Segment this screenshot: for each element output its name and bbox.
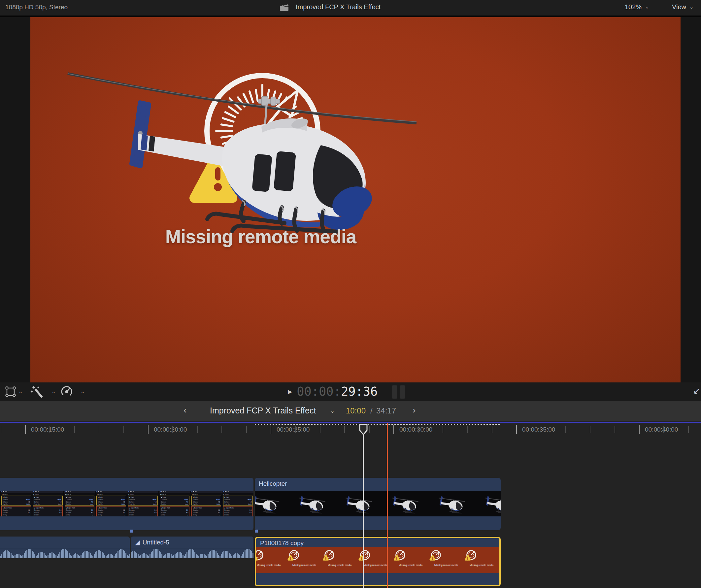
nav-back-button[interactable]: ‹ [184,405,187,415]
mini-titlebar [32,491,63,493]
playhead-handle[interactable] [359,424,368,435]
mini-param-row: Duration0.1 [192,509,221,511]
timeline-pane[interactable]: 00:00:15:0000:00:20:0000:00:25:0000:00:3… [0,421,701,588]
transform-icon [5,386,16,397]
audio-meter-right [400,385,405,398]
mini-param-row: Echoes4.0 [129,501,158,503]
mini-param-row: Echoes4.0 [160,501,189,503]
mini-titlebar [1,491,32,493]
mini-effects-row: ■ Effects [191,493,222,495]
timecode-display[interactable]: ▶ 00:00:29:36 [288,384,378,398]
mini-panel-header: ■ Super Trails [33,507,62,509]
mini-panel-header: ■ Super Trails [65,507,94,509]
viewer-zoom-dropdown[interactable]: 102%⌄ [625,3,649,11]
mini-panel-header: ■ Super Trails [129,507,158,509]
mini-param-row: Trail OnLight [223,503,252,505]
timeline-project-dropdown[interactable]: Improved FCP X Trails Effect [210,406,316,415]
mini-panel-header: ■ Super Trails [160,507,189,509]
chevron-down-icon: ⌄ [51,389,56,395]
mini-titlebar [222,491,253,493]
mini-effects-row: ■ Effects [32,493,63,495]
missing-media-thumbnail: Missing remote media [464,549,499,567]
viewer-view-dropdown[interactable]: View⌄ [672,3,694,11]
mini-param-row: Duration8.33 [2,498,31,501]
mini-panel-header: ■ Trails [192,496,221,498]
screen-recording-thumbnail: ■ Effects■ TrailsDuration8.33Echoes4.0Tr… [159,491,190,516]
mini-param-row: Duration0.1 [160,509,189,511]
clapperboard-icon [279,3,289,12]
collapse-viewer-icon[interactable]: ↙ [693,386,700,397]
mini-param-row: Echoes4.0 [65,511,94,514]
mini-param-row: Trail OnLight [33,503,62,505]
mini-panel-header: ■ Trails [129,496,158,498]
clip-p1000178-copy[interactable]: P1000178 copyMissing remote mediaMissing… [255,537,501,586]
mini-param-row: Echoes4.0 [223,501,252,503]
retime-speedometer-icon [60,385,73,398]
mini-param-row: Echoes4.0 [33,501,62,503]
chevron-down-icon: ⌄ [80,389,85,395]
clip-screen-recording[interactable]: ■ Effects■ TrailsDuration8.33Echoes4.0Tr… [0,478,253,530]
mini-param-row: Decay● [2,514,31,516]
mini-param-row: Echoes4.0 [2,501,31,503]
mini-param-row: Duration8.33 [223,498,252,501]
mini-param-row: Trail OnLight [97,516,126,516]
mini-effects-row: ■ Effects [64,493,95,495]
mini-super-trails-panel: ■ Super TrailsDuration0.1Echoes4.0Decay●… [1,506,31,516]
mini-trails-panel: ■ TrailsDuration8.33Echoes4.0Trail OnLig… [128,496,158,506]
screen-recording-thumbnail: ■ Effects■ TrailsDuration8.33Echoes4.0Tr… [64,491,95,516]
mini-param-row: Duration8.33 [129,498,158,501]
clip-helicopter[interactable]: Helicopter [255,478,501,530]
mini-trails-panel: ■ TrailsDuration8.33Echoes4.0Trail OnLig… [191,496,221,506]
missing-media-thumbnail: Missing remote media [428,549,464,567]
retime-tool-button[interactable]: ⌄ [60,385,85,398]
screen-recording-thumbnail: ■ Effects■ TrailsDuration8.33Echoes4.0Tr… [96,491,127,516]
play-icon[interactable]: ▶ [288,387,292,396]
viewer-pane: Missing remote media [0,15,701,382]
missing-media-placeholder-art [30,17,681,382]
mini-panel-header: ■ Trails [160,496,189,498]
mini-param-row: Trail OnLight [129,503,158,505]
mini-super-trails-panel: ■ Super TrailsDuration0.1Echoes4.0Decay●… [191,506,221,516]
clip-position-value: 10:00 [346,406,366,415]
filmstrip [255,491,501,516]
missing-media-thumbnail: Missing remote media [322,549,358,567]
mini-param-row: Echoes4.0 [65,501,94,503]
mini-param-row: Decay● [97,514,126,516]
mini-param-row: Echoes4.0 [33,511,62,514]
mini-panel-header: ■ Trails [33,496,62,498]
mini-param-row: Trail OnLight [2,516,31,516]
mini-param-row: Decay● [129,514,158,516]
transform-tool-button[interactable]: ⌄ [5,385,23,398]
screen-recording-thumbnail: ■ Effects■ TrailsDuration8.33Echoes4.0Tr… [1,491,32,516]
helicopter-image [68,73,417,232]
nav-forward-button[interactable]: › [413,405,416,415]
mini-param-row: Echoes4.0 [97,511,126,514]
mini-panel-header: ■ Super Trails [97,507,126,509]
missing-media-thumbnail: Missing remote media [256,549,286,567]
mini-param-row: Duration8.33 [97,498,126,501]
magic-wand-icon [30,385,45,398]
clip-audio-untitled-5[interactable]: ◢Untitled-5 [131,537,253,558]
mini-param-row: Decay● [223,514,252,516]
mini-param-row: Decay● [65,514,94,516]
mini-titlebar [159,491,190,493]
connection-dot-p1000178 [255,530,258,533]
clip-label: ◢Untitled-5 [135,539,169,546]
clip-audio-left[interactable] [0,537,130,558]
mini-super-trails-panel: ■ Super TrailsDuration0.1Echoes4.0Decay●… [223,506,253,516]
mini-param-row: Decay● [192,514,221,516]
mini-panel-header: ■ Trails [2,496,31,498]
mini-param-row: Trail OnLight [65,503,94,505]
mini-param-row: Decay● [160,514,189,516]
chevron-down-icon: ⌄ [330,407,335,414]
screen-recording-thumbnail: ■ Effects■ TrailsDuration8.33Echoes4.0Tr… [191,491,222,516]
mini-param-row: Echoes4.0 [2,511,31,514]
mini-trails-panel: ■ TrailsDuration8.33Echoes4.0Trail OnLig… [160,496,190,506]
mini-panel-header: ■ Trails [97,496,126,498]
chevron-down-icon: ⌄ [18,389,23,395]
mini-param-row: Trail OnLight [97,503,126,505]
mini-param-row: Trail OnLight [223,516,252,516]
mini-param-row: Echoes4.0 [192,501,221,503]
enhancements-tool-button[interactable]: ⌄ [30,385,56,398]
playhead[interactable] [363,424,364,588]
